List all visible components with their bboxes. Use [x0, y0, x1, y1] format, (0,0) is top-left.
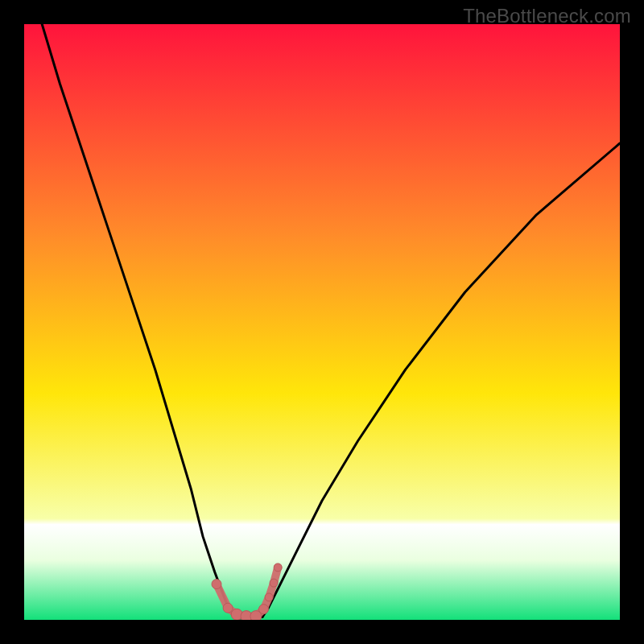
marker-point: [223, 603, 233, 613]
gradient-bg: [24, 24, 620, 620]
marker-point: [274, 564, 282, 572]
marker-point: [270, 579, 278, 587]
marker-point: [212, 580, 221, 589]
marker-point: [265, 593, 273, 601]
plot-area: [24, 24, 620, 620]
marker-point: [259, 605, 269, 614]
chart-root: TheBottleneck.com: [0, 0, 644, 644]
chart-svg: [24, 24, 620, 620]
